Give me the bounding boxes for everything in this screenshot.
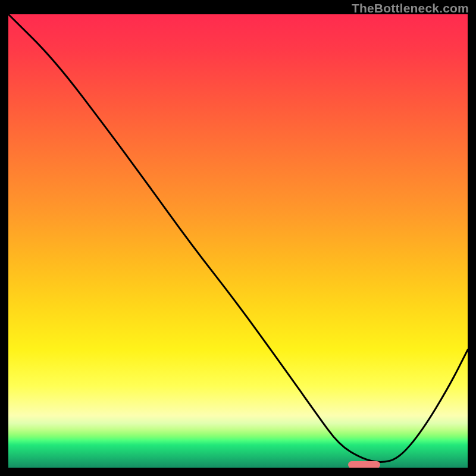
- chart-frame: TheBottleneck.com: [0, 0, 476, 476]
- optimal-marker: [348, 461, 380, 468]
- bottleneck-curve: [8, 14, 468, 468]
- plot-area: [8, 14, 468, 468]
- watermark-text: TheBottleneck.com: [352, 1, 469, 15]
